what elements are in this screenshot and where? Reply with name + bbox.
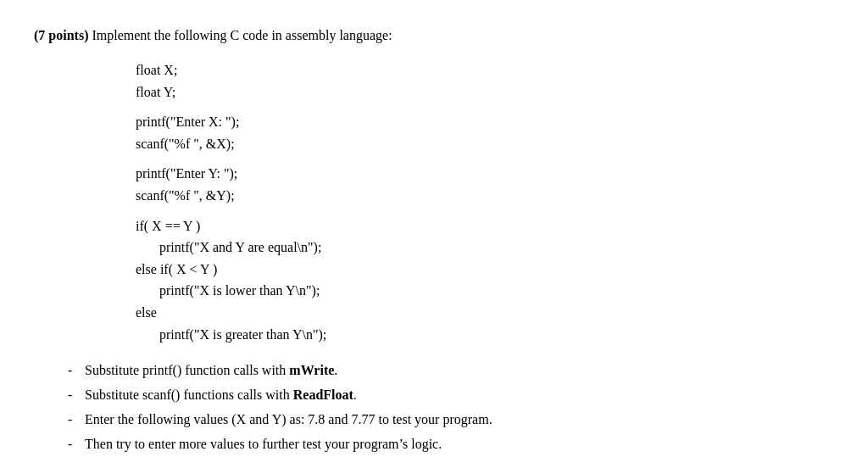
bullet-text: Enter the following values (X and Y) as:… [85,412,492,426]
bullet-item-4: Then try to enter more values to further… [68,434,834,454]
code-block: float X; float Y; printf("Enter X: "); s… [136,59,834,345]
question-header: (7 points) Implement the following C cod… [34,25,834,46]
code-line: scanf("%f ", &X); [136,133,834,155]
code-line: else [136,302,834,324]
bullet-item-1: Substitute printf() function calls with … [68,360,834,381]
instruction-text: Implement the following C code in assemb… [88,28,392,42]
code-line-indent: printf("X is greater than Y\n"); [159,324,834,346]
bullet-item-3: Enter the following values (X and Y) as:… [68,410,834,430]
code-line: float X; [136,59,834,81]
code-line: else if( X < Y ) [136,259,834,281]
question-container: (7 points) Implement the following C cod… [34,25,834,457]
code-line: scanf("%f ", &Y); [136,185,834,207]
bullet-list: Substitute printf() function calls with … [68,360,834,457]
code-line: if( X == Y ) [136,215,834,237]
code-line-indent: printf("X and Y are equal\n"); [159,237,834,259]
code-line: printf("Enter Y: "); [136,163,834,185]
points-label: (7 points) [34,28,88,42]
code-line-indent: printf("X is lower than Y\n"); [159,280,834,302]
code-line: float Y; [136,81,834,103]
bullet-item-2: Substitute scanf() functions calls with … [68,385,834,405]
bullet-text: Then try to enter more values to further… [85,437,442,451]
bold-mwrite: mWrite [289,363,334,377]
code-line: printf("Enter X: "); [136,111,834,133]
bullet-text: Substitute scanf() functions calls with … [85,387,357,402]
bold-readfloat: ReadFloat [293,387,353,402]
bullet-text: Substitute printf() function calls with … [85,363,337,377]
